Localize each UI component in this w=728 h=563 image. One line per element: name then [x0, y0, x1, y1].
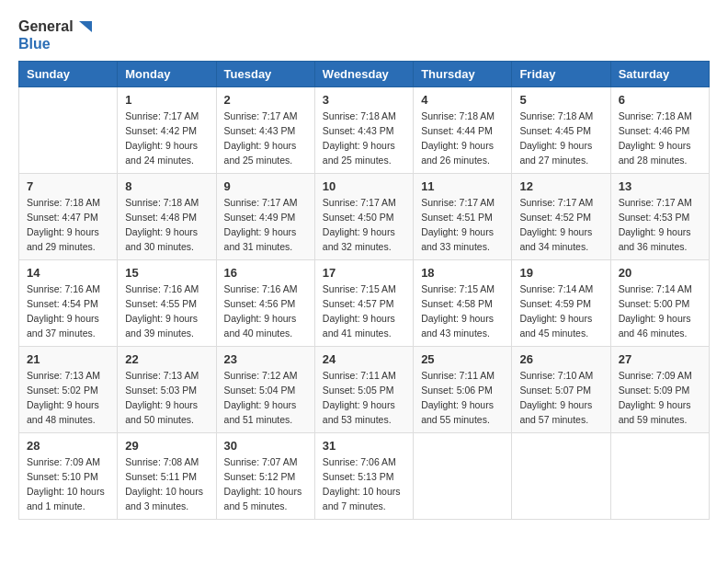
calendar-cell: 22Sunrise: 7:13 AMSunset: 5:03 PMDayligh… — [118, 347, 216, 433]
logo-general: General — [18, 18, 74, 34]
calendar-cell: 7Sunrise: 7:18 AMSunset: 4:47 PMDaylight… — [19, 174, 118, 260]
calendar-cell: 9Sunrise: 7:17 AMSunset: 4:49 PMDaylight… — [216, 174, 314, 260]
day-number: 8 — [125, 179, 208, 193]
svg-marker-0 — [79, 21, 92, 32]
day-info: Sunrise: 7:17 AMSunset: 4:52 PMDaylight:… — [519, 196, 602, 254]
day-number: 6 — [619, 93, 701, 107]
day-number: 23 — [224, 352, 307, 366]
calendar-cell — [610, 433, 709, 520]
calendar-cell: 31Sunrise: 7:06 AMSunset: 5:13 PMDayligh… — [314, 433, 413, 520]
calendar-cell: 27Sunrise: 7:09 AMSunset: 5:09 PMDayligh… — [610, 347, 709, 433]
day-number: 31 — [323, 439, 405, 453]
day-number: 29 — [125, 439, 208, 453]
calendar-cell: 19Sunrise: 7:14 AMSunset: 4:59 PMDayligh… — [512, 260, 610, 347]
day-info: Sunrise: 7:16 AMSunset: 4:55 PMDaylight:… — [125, 282, 208, 340]
calendar-week-4: 21Sunrise: 7:13 AMSunset: 5:02 PMDayligh… — [19, 347, 710, 433]
calendar-cell: 14Sunrise: 7:16 AMSunset: 4:54 PMDayligh… — [19, 260, 118, 347]
calendar-cell: 2Sunrise: 7:17 AMSunset: 4:43 PMDaylight… — [216, 87, 314, 174]
calendar-cell: 3Sunrise: 7:18 AMSunset: 4:43 PMDaylight… — [314, 87, 413, 174]
page-header: General Blue — [18, 18, 710, 52]
day-info: Sunrise: 7:14 AMSunset: 5:00 PMDaylight:… — [619, 282, 701, 340]
day-number: 10 — [323, 179, 405, 193]
calendar-cell: 1Sunrise: 7:17 AMSunset: 4:42 PMDaylight… — [118, 87, 216, 174]
day-info: Sunrise: 7:17 AMSunset: 4:51 PMDaylight:… — [421, 196, 504, 254]
day-number: 24 — [323, 352, 405, 366]
calendar-cell: 16Sunrise: 7:16 AMSunset: 4:56 PMDayligh… — [216, 260, 314, 347]
calendar-cell: 13Sunrise: 7:17 AMSunset: 4:53 PMDayligh… — [610, 174, 709, 260]
day-info: Sunrise: 7:07 AMSunset: 5:12 PMDaylight:… — [224, 455, 307, 513]
day-number: 2 — [224, 93, 307, 107]
day-info: Sunrise: 7:17 AMSunset: 4:43 PMDaylight:… — [224, 109, 307, 167]
calendar-cell: 20Sunrise: 7:14 AMSunset: 5:00 PMDayligh… — [610, 260, 709, 347]
logo-blue: Blue — [18, 36, 51, 52]
day-info: Sunrise: 7:13 AMSunset: 5:03 PMDaylight:… — [125, 369, 208, 427]
day-info: Sunrise: 7:16 AMSunset: 4:54 PMDaylight:… — [27, 282, 109, 340]
day-info: Sunrise: 7:09 AMSunset: 5:10 PMDaylight:… — [27, 455, 109, 513]
calendar-cell: 24Sunrise: 7:11 AMSunset: 5:05 PMDayligh… — [314, 347, 413, 433]
day-info: Sunrise: 7:18 AMSunset: 4:45 PMDaylight:… — [519, 109, 602, 167]
calendar-cell: 23Sunrise: 7:12 AMSunset: 5:04 PMDayligh… — [216, 347, 314, 433]
day-info: Sunrise: 7:10 AMSunset: 5:07 PMDaylight:… — [519, 369, 602, 427]
day-info: Sunrise: 7:18 AMSunset: 4:46 PMDaylight:… — [619, 109, 701, 167]
day-number: 30 — [224, 439, 307, 453]
day-info: Sunrise: 7:17 AMSunset: 4:53 PMDaylight:… — [619, 196, 701, 254]
calendar-cell — [414, 433, 512, 520]
day-number: 9 — [224, 179, 307, 193]
calendar-cell: 25Sunrise: 7:11 AMSunset: 5:06 PMDayligh… — [414, 347, 512, 433]
calendar-cell: 6Sunrise: 7:18 AMSunset: 4:46 PMDaylight… — [610, 87, 709, 174]
day-info: Sunrise: 7:12 AMSunset: 5:04 PMDaylight:… — [224, 369, 307, 427]
day-number: 3 — [323, 93, 405, 107]
day-info: Sunrise: 7:08 AMSunset: 5:11 PMDaylight:… — [125, 455, 208, 513]
calendar-week-5: 28Sunrise: 7:09 AMSunset: 5:10 PMDayligh… — [19, 433, 710, 520]
day-info: Sunrise: 7:11 AMSunset: 5:06 PMDaylight:… — [421, 369, 504, 427]
day-number: 13 — [619, 179, 701, 193]
day-number: 15 — [125, 266, 208, 280]
calendar-cell: 30Sunrise: 7:07 AMSunset: 5:12 PMDayligh… — [216, 433, 314, 520]
calendar-cell: 8Sunrise: 7:18 AMSunset: 4:48 PMDaylight… — [118, 174, 216, 260]
day-info: Sunrise: 7:16 AMSunset: 4:56 PMDaylight:… — [224, 282, 307, 340]
calendar-cell: 26Sunrise: 7:10 AMSunset: 5:07 PMDayligh… — [512, 347, 610, 433]
day-number: 16 — [224, 266, 307, 280]
day-info: Sunrise: 7:09 AMSunset: 5:09 PMDaylight:… — [619, 369, 701, 427]
weekday-header-friday: Friday — [512, 62, 610, 87]
day-number: 25 — [421, 352, 504, 366]
calendar-cell: 5Sunrise: 7:18 AMSunset: 4:45 PMDaylight… — [512, 87, 610, 174]
day-number: 12 — [519, 179, 602, 193]
calendar-cell — [512, 433, 610, 520]
day-number: 7 — [27, 179, 109, 193]
day-info: Sunrise: 7:06 AMSunset: 5:13 PMDaylight:… — [323, 455, 405, 513]
day-number: 22 — [125, 352, 208, 366]
day-number: 21 — [27, 352, 109, 366]
day-info: Sunrise: 7:17 AMSunset: 4:42 PMDaylight:… — [125, 109, 208, 167]
day-number: 1 — [125, 93, 208, 107]
calendar-cell: 28Sunrise: 7:09 AMSunset: 5:10 PMDayligh… — [19, 433, 118, 520]
day-info: Sunrise: 7:17 AMSunset: 4:49 PMDaylight:… — [224, 196, 307, 254]
weekday-header-saturday: Saturday — [610, 62, 709, 87]
day-info: Sunrise: 7:15 AMSunset: 4:58 PMDaylight:… — [421, 282, 504, 340]
day-info: Sunrise: 7:18 AMSunset: 4:48 PMDaylight:… — [125, 196, 208, 254]
day-number: 17 — [323, 266, 405, 280]
logo-arrow-icon — [75, 19, 92, 36]
day-number: 27 — [619, 352, 701, 366]
day-number: 5 — [519, 93, 602, 107]
calendar-cell: 21Sunrise: 7:13 AMSunset: 5:02 PMDayligh… — [19, 347, 118, 433]
calendar-cell — [19, 87, 118, 174]
weekday-header-monday: Monday — [118, 62, 216, 87]
calendar-cell: 18Sunrise: 7:15 AMSunset: 4:58 PMDayligh… — [414, 260, 512, 347]
calendar-cell: 29Sunrise: 7:08 AMSunset: 5:11 PMDayligh… — [118, 433, 216, 520]
day-info: Sunrise: 7:15 AMSunset: 4:57 PMDaylight:… — [323, 282, 405, 340]
calendar-week-1: 1Sunrise: 7:17 AMSunset: 4:42 PMDaylight… — [19, 87, 710, 174]
calendar-cell: 11Sunrise: 7:17 AMSunset: 4:51 PMDayligh… — [414, 174, 512, 260]
day-number: 28 — [27, 439, 109, 453]
day-info: Sunrise: 7:14 AMSunset: 4:59 PMDaylight:… — [519, 282, 602, 340]
weekday-header-sunday: Sunday — [19, 62, 118, 87]
day-number: 20 — [619, 266, 701, 280]
weekday-header-thursday: Thursday — [414, 62, 512, 87]
day-info: Sunrise: 7:11 AMSunset: 5:05 PMDaylight:… — [323, 369, 405, 427]
calendar-cell: 10Sunrise: 7:17 AMSunset: 4:50 PMDayligh… — [314, 174, 413, 260]
calendar-cell: 17Sunrise: 7:15 AMSunset: 4:57 PMDayligh… — [314, 260, 413, 347]
day-number: 18 — [421, 266, 504, 280]
day-info: Sunrise: 7:18 AMSunset: 4:47 PMDaylight:… — [27, 196, 109, 254]
day-info: Sunrise: 7:18 AMSunset: 4:43 PMDaylight:… — [323, 109, 405, 167]
day-number: 14 — [27, 266, 109, 280]
